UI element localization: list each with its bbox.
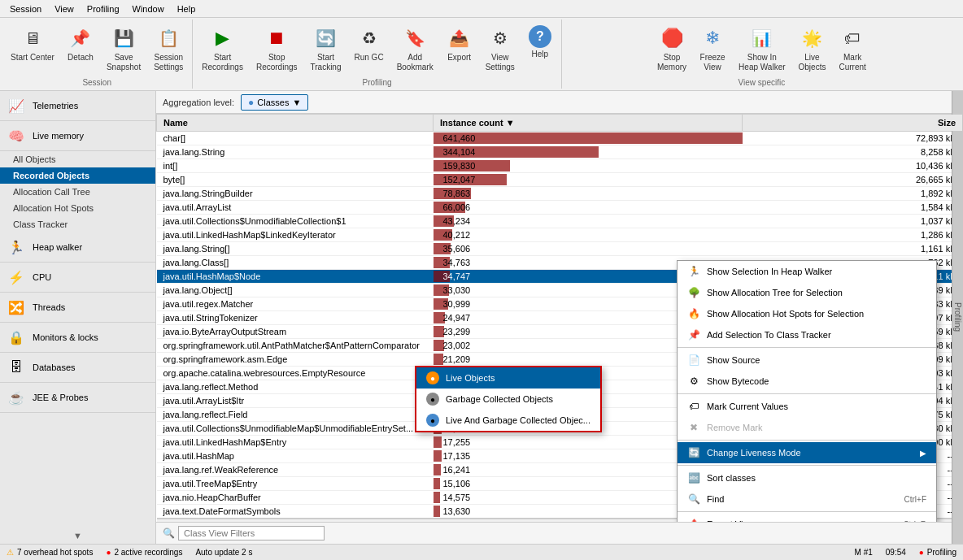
aggregation-classes-button[interactable]: ● Classes ▼	[241, 94, 308, 111]
heap-walker-ctx-icon: 🏃	[687, 265, 700, 278]
ctx-mark-current-values-label: Mark Current Values	[707, 402, 788, 411]
table-row[interactable]: java.lang.String344,1048,258 kB	[157, 145, 963, 159]
cell-name: java.text.DateFormatSymbols	[157, 505, 434, 519]
live-objects-button[interactable]: 🌟 LiveObjects	[793, 21, 832, 76]
start-tracking-icon: 🔄	[313, 25, 339, 51]
sidebar-item-cpu[interactable]: ⚡ CPU	[0, 263, 155, 293]
col-name[interactable]: Name	[157, 115, 434, 132]
save-snapshot-button[interactable]: 💾 SaveSnapshot	[101, 21, 146, 76]
menu-view[interactable]: View	[48, 2, 81, 15]
table-row[interactable]: java.lang.StringBuilder78,8631,892 kB	[157, 187, 963, 201]
cell-size: 10,436 kB	[743, 159, 963, 173]
stop-recordings-button[interactable]: ⏹ StopRecordings	[251, 21, 303, 76]
ctx-separator-4	[678, 465, 936, 466]
sidebar-item-class-tracker[interactable]: Class Tracker	[0, 216, 155, 232]
mark-current-label: MarkCurrent	[839, 53, 865, 72]
sidebar-item-heap-walker[interactable]: 🏃 Heap walker	[0, 232, 155, 263]
cell-name: java.util.regex.Matcher	[157, 297, 434, 311]
remove-mark-ctx-icon: ✖	[687, 421, 700, 434]
ctx-show-source[interactable]: 📄 Show Source	[678, 349, 936, 371]
start-tracking-button[interactable]: 🔄 StartTracking	[305, 21, 347, 76]
mark-current-button[interactable]: 🏷 MarkCurrent	[833, 21, 871, 76]
table-row[interactable]: int[]159,83010,436 kB	[157, 159, 963, 173]
count-text: 23,299	[440, 327, 471, 336]
ctx-separator-1	[678, 347, 936, 348]
ctx-sort-classes[interactable]: 🔤 Sort classes	[678, 467, 936, 488]
sidebar-item-threads[interactable]: 🔀 Threads	[0, 293, 155, 323]
count-text: 66,006	[440, 202, 471, 212]
cell-count: 152,047	[434, 173, 743, 187]
start-recordings-button[interactable]: ▶ StartRecordings	[196, 21, 249, 76]
ctx-add-to-class-tracker[interactable]: 📌 Add Selection To Class Tracker	[678, 324, 936, 345]
menu-session[interactable]: Session	[3, 2, 48, 15]
session-settings-button[interactable]: 📋 SessionSettings	[148, 21, 189, 76]
show-heap-walker-button[interactable]: 📊 Show InHeap Walker	[733, 21, 791, 76]
menu-help[interactable]: Help	[171, 2, 203, 15]
ctx-show-allocation-hotspots[interactable]: 🔥 Show Allocation Hot Spots for Selectio…	[678, 303, 936, 324]
sidebar-item-allocation-call-tree[interactable]: Allocation Call Tree	[0, 184, 155, 200]
start-center-button[interactable]: 🖥 Start Center	[5, 21, 60, 67]
ctx-show-heap-walker[interactable]: 🏃 Show Selection In Heap Walker	[678, 261, 936, 282]
detach-button[interactable]: 📌 Detach	[62, 21, 99, 67]
ctx-change-liveness-mode[interactable]: 🔄 Change Liveness Mode ▶	[678, 442, 936, 463]
profiling-panel-handle[interactable]: Profiling	[952, 91, 963, 544]
cell-count: 641,460	[434, 132, 743, 145]
table-header-row: Name Instance count ▼ Size	[157, 115, 963, 132]
ctx-separator-3	[678, 440, 936, 441]
stop-memory-button[interactable]: 🛑 StopMemory	[651, 21, 692, 76]
sidebar-item-all-objects[interactable]: All Objects	[0, 151, 155, 167]
ctx-show-allocation-tree[interactable]: 🌳 Show Allocation Tree for Selection	[678, 282, 936, 303]
sidebar-item-monitors-locks[interactable]: 🔒 Monitors & locks	[0, 323, 155, 353]
search-input[interactable]	[178, 526, 325, 540]
search-icon: 🔍	[163, 527, 175, 539]
view-settings-button[interactable]: ⚙ ViewSettings	[480, 21, 521, 76]
table-row[interactable]: java.util.LinkedHashMap$LinkedKeyIterato…	[157, 228, 963, 242]
col-size[interactable]: Size	[743, 115, 963, 132]
sidebar-heap-walker-label: Heap walker	[33, 242, 82, 252]
export-button[interactable]: 📤 Export	[441, 21, 478, 67]
table-row[interactable]: byte[]152,04726,665 kB	[157, 173, 963, 187]
table-row[interactable]: char[]641,46072,893 kB	[157, 132, 963, 145]
sidebar-item-allocation-hot-spots[interactable]: Allocation Hot Spots	[0, 200, 155, 216]
show-heap-walker-label: Show InHeap Walker	[739, 53, 785, 72]
sidebar-item-live-memory[interactable]: 🧠 Live memory	[0, 121, 155, 151]
submenu-live-and-garbage[interactable]: ● Live And Garbage Collected Objec...	[416, 410, 600, 431]
stop-recordings-icon: ⏹	[264, 25, 290, 51]
count-text: 34,747	[440, 271, 471, 281]
table-row[interactable]: java.util.ArrayList66,0061,584 kB	[157, 201, 963, 215]
class-tracker-ctx-icon: 📌	[687, 328, 700, 341]
table-row[interactable]: java.util.Collections$UnmodifiableCollec…	[157, 215, 963, 228]
sidebar-item-databases[interactable]: 🗄 Databases	[0, 353, 155, 383]
mark-current-ctx-icon: 🏷	[687, 400, 700, 413]
menu-profiling[interactable]: Profiling	[81, 2, 126, 15]
sidebar-item-recorded-objects[interactable]: Recorded Objects	[0, 167, 155, 184]
count-text: 13,630	[440, 506, 471, 516]
ctx-find[interactable]: 🔍 Find Ctrl+F	[678, 488, 936, 510]
sidebar-databases-label: Databases	[33, 362, 76, 372]
ctx-mark-current-values[interactable]: 🏷 Mark Current Values	[678, 396, 936, 417]
help-button[interactable]: ? Help	[522, 21, 558, 63]
ctx-show-bytecode[interactable]: ⚙ Show Bytecode	[678, 371, 936, 392]
export-icon: 📤	[447, 25, 473, 51]
ctx-export-view[interactable]: 📤 Export View Ctrl+R	[678, 514, 936, 522]
menu-window[interactable]: Window	[126, 2, 171, 15]
run-gc-label: Run GC	[355, 53, 384, 63]
sidebar-expand-arrow[interactable]: ▼	[0, 527, 155, 544]
col-instance-count[interactable]: Instance count ▼	[434, 115, 743, 132]
table-row[interactable]: java.lang.String[]35,6061,161 kB	[157, 242, 963, 256]
run-gc-button[interactable]: ♻ Run GC	[349, 21, 390, 67]
sidebar-telemetries-label: Telemetries	[33, 101, 78, 111]
cell-name: java.lang.Class[]	[157, 256, 434, 270]
table-container[interactable]: Name Instance count ▼ Size char[]641,460…	[156, 114, 963, 522]
add-bookmark-button[interactable]: 🔖 AddBookmark	[391, 21, 439, 76]
submenu-live-and-garbage-label: Live And Garbage Collected Objec...	[446, 415, 590, 425]
sidebar-item-telemetries[interactable]: 📈 Telemetries	[0, 91, 155, 121]
submenu-live-objects[interactable]: ● Live Objects	[416, 367, 600, 389]
submenu-garbage-collected[interactable]: ● Garbage Collected Objects	[416, 389, 600, 410]
sidebar-item-jee-probes[interactable]: ☕ JEE & Probes	[0, 383, 155, 413]
help-icon: ?	[529, 25, 551, 48]
freeze-view-button[interactable]: ❄ FreezeView	[694, 21, 731, 76]
count-text: 34,763	[440, 258, 471, 267]
allocation-hot-spots-label: Allocation Hot Spots	[13, 203, 94, 213]
live-memory-icon: 🧠	[7, 126, 26, 145]
